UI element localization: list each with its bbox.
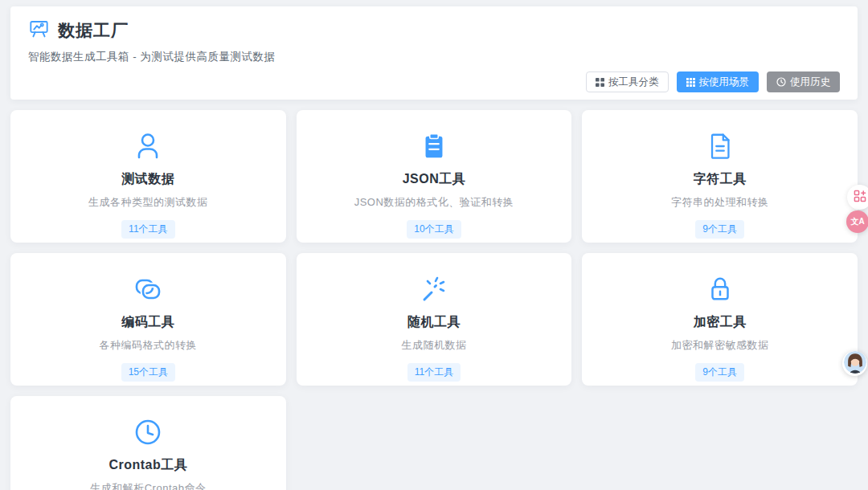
tool-count-badge: 11个工具 bbox=[407, 363, 461, 382]
category-card-crypto-tools[interactable]: 加密工具 加密和解密敏感数据 9个工具 bbox=[582, 253, 858, 386]
sort-by-scene-button[interactable]: 按使用场景 bbox=[677, 71, 760, 92]
category-description: 生成各种类型的测试数据 bbox=[88, 195, 208, 210]
clipboard-icon bbox=[418, 130, 450, 162]
grid-icon bbox=[596, 78, 604, 87]
category-description: JSON数据的格式化、验证和转换 bbox=[354, 195, 514, 210]
category-description: 生成随机数据 bbox=[401, 338, 466, 353]
page-header: 数据工厂 智能数据生成工具箱 - 为测试提供高质量测试数据 按工具分类 按使用场… bbox=[10, 6, 858, 100]
extension-apps-button[interactable] bbox=[847, 185, 868, 210]
category-description: 生成和解析Crontab命令 bbox=[90, 481, 206, 490]
category-card-random-tools[interactable]: 随机工具 生成随机数据 11个工具 bbox=[297, 253, 572, 386]
usage-history-button[interactable]: 使用历史 bbox=[767, 71, 840, 92]
tool-count-badge: 9个工具 bbox=[695, 363, 744, 382]
page-title: 数据工厂 bbox=[58, 19, 129, 42]
category-title: Crontab工具 bbox=[108, 457, 187, 474]
translate-icon: 文A bbox=[850, 216, 864, 227]
sort-by-tool-type-button[interactable]: 按工具分类 bbox=[586, 71, 669, 92]
category-description: 字符串的处理和转换 bbox=[671, 195, 769, 210]
category-card-test-data[interactable]: 测试数据 生成各种类型的测试数据 11个工具 bbox=[10, 110, 286, 243]
apps-plus-icon bbox=[854, 190, 866, 206]
tool-count-badge: 10个工具 bbox=[407, 220, 461, 239]
translate-extension-button[interactable]: 文A bbox=[846, 210, 868, 233]
tool-count-badge: 11个工具 bbox=[121, 220, 174, 239]
category-title: JSON工具 bbox=[403, 171, 466, 188]
category-description: 加密和解密敏感数据 bbox=[671, 338, 769, 353]
tool-count-badge: 9个工具 bbox=[695, 220, 744, 239]
view-switcher: 按工具分类 按使用场景 使用历史 bbox=[28, 71, 840, 92]
category-title: 编码工具 bbox=[121, 314, 174, 331]
avatar-girl-icon bbox=[844, 351, 866, 377]
category-card-encoding-tools[interactable]: 编码工具 各种编码格式的转换 15个工具 bbox=[10, 253, 286, 386]
document-icon bbox=[704, 130, 736, 162]
category-title: 测试数据 bbox=[121, 171, 174, 188]
clock-icon bbox=[776, 77, 786, 87]
menu-grid-icon bbox=[686, 78, 695, 87]
category-grid: 测试数据 生成各种类型的测试数据 11个工具 JSON工具 JSON数据的格式化… bbox=[10, 110, 858, 490]
link-icon bbox=[132, 273, 164, 305]
category-card-string-tools[interactable]: 字符工具 字符串的处理和转换 9个工具 bbox=[582, 110, 858, 243]
tool-count-badge: 15个工具 bbox=[121, 363, 175, 382]
clock-icon bbox=[132, 416, 164, 448]
category-card-crontab-tools[interactable]: Crontab工具 生成和解析Crontab命令 4个工具 bbox=[10, 396, 286, 490]
category-card-json-tools[interactable]: JSON工具 JSON数据的格式化、验证和转换 10个工具 bbox=[297, 110, 572, 243]
category-title: 字符工具 bbox=[694, 171, 747, 188]
lock-icon bbox=[704, 273, 736, 305]
category-title: 加密工具 bbox=[694, 314, 747, 331]
category-title: 随机工具 bbox=[407, 314, 461, 331]
magic-wand-icon bbox=[418, 273, 450, 305]
user-icon bbox=[132, 130, 164, 162]
assistant-avatar[interactable] bbox=[842, 351, 867, 376]
category-description: 各种编码格式的转换 bbox=[100, 338, 198, 353]
data-board-icon bbox=[28, 18, 50, 43]
page-subtitle: 智能数据生成工具箱 - 为测试提供高质量测试数据 bbox=[28, 50, 840, 64]
